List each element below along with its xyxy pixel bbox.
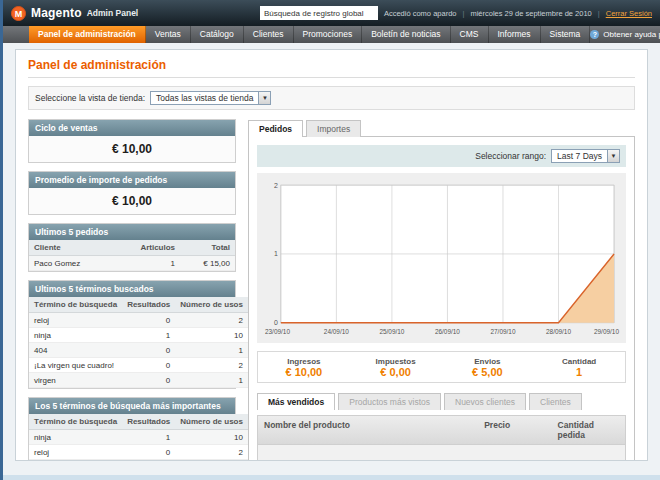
logout-link[interactable]: Cerrar Sesión [606,9,652,18]
tab-mas-vendidos[interactable]: Más vendidos [257,393,335,410]
table-cell: 1 [122,430,175,445]
nav-item-clientes[interactable]: Clientes [244,26,294,43]
tab-importes[interactable]: Importes [306,120,361,137]
total-value: 1 [533,366,625,378]
table-cell: 0 [122,358,175,373]
table-row[interactable]: ¡La virgen que cuadro!02 [29,358,248,373]
table-cell: 10 [175,430,248,445]
table-cell: 1 [113,256,180,271]
table-cell: ninja [29,430,122,445]
nav-item-cms[interactable]: CMS [451,26,489,43]
store-view-label: Seleccione la vista de tienda: [35,93,145,103]
lifetime-sales-box: Ciclo de ventas € 10,00 [28,119,236,163]
last-search-terms-title: Ultimos 5 términos buscados [29,281,235,297]
content-card: Panel de administración Seleccione la vi… [15,49,648,461]
total-impuestos: Impuestos€ 0,00 [350,357,442,378]
column-header-total: Total [180,240,235,256]
totals-strip: Ingresos€ 10,00Impuestos€ 0,00Envios€ 5,… [257,351,626,383]
table-cell: 1 [122,328,175,343]
last-search-terms-box: Ultimos 5 términos buscados Término de b… [28,280,236,389]
grid-col-product[interactable]: Nombre del producto [258,416,478,444]
svg-text:1: 1 [274,250,278,257]
table-cell: 1 [175,343,248,358]
range-bar: Seleccionar rango: Last 7 Days ▼ [257,145,626,167]
magento-logo-icon: M [11,6,26,21]
table-cell: € 15,00 [180,256,235,271]
orders-area-chart: 01223/09/1024/09/1025/09/1026/09/1027/09… [263,179,620,337]
help-link[interactable]: ? Obtener ayuda para esta página [590,26,660,43]
store-view-value: Todas las vistas de tienda [151,93,258,103]
range-label: Seleccionar rango: [475,151,546,161]
tab-productos-mas-vistos[interactable]: Productos más vistos [338,393,441,410]
table-row[interactable]: ninja110 [29,328,248,343]
lifetime-sales-value: € 10,00 [29,136,235,162]
table-row[interactable]: virgen01 [29,373,248,388]
svg-text:28/09/10: 28/09/10 [546,328,571,335]
svg-text:24/09/10: 24/09/10 [324,328,349,335]
nav-item-boletin-de-noticias[interactable]: Boletín de noticias [362,26,450,43]
nav-item-catalogo[interactable]: Catálogo [191,26,244,43]
nav-item-sistema[interactable]: Sistema [541,26,591,43]
table-cell: reloj [29,445,122,460]
range-value: Last 7 Days [552,151,607,161]
table-cell: 0 [122,373,175,388]
sidebar-table: Término de búsquedaResultadosNúmero de u… [29,297,248,388]
last-search-terms-table: Término de búsquedaResultadosNúmero de u… [29,297,235,388]
logo-title: Magento [31,6,82,20]
table-cell: 0 [122,343,175,358]
table-cell: 2 [175,445,248,460]
header: M Magento Admin Panel Accedió como apard… [3,0,660,26]
table-cell: ¡La virgen que cuadro! [29,358,122,373]
nav-item-panel-de-administracion[interactable]: Panel de administración [29,26,146,43]
table-row[interactable]: reloj02 [29,445,248,460]
total-label: Ingresos [258,357,350,366]
window-frame-bottom [3,475,660,480]
column-header-termino-de-busqueda: Término de búsqueda [29,414,122,430]
top-search-terms-box: Los 5 términos de búsqueda más important… [28,397,236,461]
table-cell: ninja [29,328,122,343]
header-separator: | [598,9,600,18]
lifetime-sales-title: Ciclo de ventas [29,120,235,136]
range-select[interactable]: Last 7 Days ▼ [551,149,620,163]
table-cell: 0 [122,313,175,328]
nav-item-informes[interactable]: Informes [489,26,541,43]
sidebar-table: ClienteArticulosTotalPaco Gomez1€ 15,00 [29,240,235,271]
column-header-termino-de-busqueda: Término de búsqueda [29,297,122,313]
table-cell: 2 [175,460,248,462]
column-header-numero-de-usos: Número de usos [175,414,248,430]
last-orders-table: ClienteArticulosTotalPaco Gomez1€ 15,00 [29,240,235,271]
svg-text:0: 0 [274,319,278,326]
svg-text:25/09/10: 25/09/10 [379,328,404,335]
table-cell: 10 [175,328,248,343]
tab-pedidos[interactable]: Pedidos [248,120,303,137]
table-row[interactable]: 40401 [29,343,248,358]
tab-nuevos-clientes[interactable]: Nuevos clientes [444,393,526,410]
nav-item-ventas[interactable]: Ventas [146,26,191,43]
column-header-numero-de-usos: Número de usos [175,297,248,313]
top-search-terms-table: Término de búsquedaResultadosNúmero de u… [29,414,235,461]
nav-item-promociones[interactable]: Promociones [294,26,363,43]
column-header-cliente: Cliente [29,240,113,256]
dashboard-main: PedidosImportes Seleccionar rango: Last … [248,119,635,461]
svg-text:29/09/10: 29/09/10 [594,328,619,335]
dashboard-sidebar: Ciclo de ventas € 10,00 Promedio de impo… [28,119,236,461]
table-row[interactable]: ninja110 [29,430,248,445]
table-row[interactable]: reloj02 [29,313,248,328]
table-row[interactable]: Paco Gomez1€ 15,00 [29,256,235,271]
table-cell: reloj [29,313,122,328]
header-date: miércoles 29 de septiembre de 2010 [470,9,591,18]
grid-col-qty[interactable]: Cantidad pedida [552,416,625,444]
total-value: € 5,00 [442,366,534,378]
chevron-down-icon: ▼ [607,150,619,162]
table-cell: 2 [175,358,248,373]
last-orders-box: Ultimos 5 pedidos ClienteArticulosTotalP… [28,223,236,272]
tab-clientes[interactable]: Clientes [529,393,582,410]
store-view-select[interactable]: Todas las vistas de tienda ▼ [150,91,271,105]
grid-col-price[interactable]: Precio [478,416,551,444]
total-label: Cantidad [533,357,625,366]
help-label: Obtener ayuda para esta página [603,30,660,39]
table-cell: 0 [122,445,175,460]
global-search-input[interactable] [260,6,378,20]
table-row[interactable]: ¡La virgen que cuadro!02 [29,460,248,462]
svg-text:2: 2 [274,182,278,189]
